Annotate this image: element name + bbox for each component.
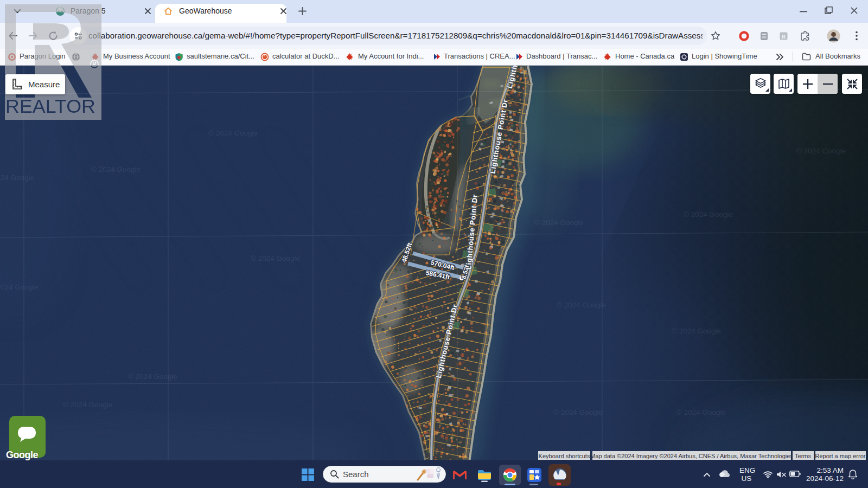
- svg-text:Report a map error: Report a map error: [815, 453, 866, 459]
- svg-text:Map data ©2024 Imagery ©2024 A: Map data ©2024 Imagery ©2024 Airbus, CNE…: [590, 453, 793, 459]
- svg-text:R: R: [782, 33, 787, 40]
- svg-text:Terms: Terms: [795, 453, 811, 459]
- svg-text:Keyboard shortcuts: Keyboard shortcuts: [539, 453, 590, 459]
